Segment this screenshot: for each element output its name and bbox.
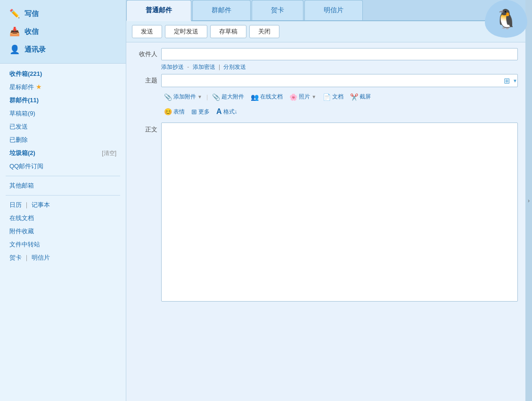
- sidebar-online-docs[interactable]: 在线文档: [0, 212, 126, 225]
- sidebar-top-nav: ✏️ 写信 📥 收信 👤 通讯录 🐧: [0, 0, 126, 64]
- subject-input[interactable]: [162, 74, 501, 87]
- close-button[interactable]: 关闭: [249, 25, 279, 38]
- contacts-icon: 👤: [9, 44, 20, 55]
- screenshot-btn[interactable]: ✂️ 截屏: [347, 92, 374, 102]
- sidebar-item-contacts[interactable]: 👤 通讯录: [0, 41, 126, 58]
- chevron-right-icon: ›: [528, 197, 530, 204]
- emoji-icon: 😊: [164, 108, 172, 115]
- subject-grid-icon[interactable]: ⊞: [501, 75, 513, 86]
- write-icon: ✏️: [9, 8, 20, 19]
- more-icon: ⊞: [191, 108, 197, 115]
- sidebar-item-sent[interactable]: 已发送: [0, 120, 126, 133]
- send-button[interactable]: 发送: [132, 25, 162, 38]
- online-doc-btn[interactable]: 👥 在线文档: [248, 92, 286, 102]
- add-cc-link[interactable]: 添加抄送: [161, 64, 184, 70]
- subject-input-wrap: ⊞ ▼: [161, 74, 518, 87]
- attachment-toolbar-row1: 📎 添加附件 ▼ | 📎 超大附件 👥 在线文档 🌸 照片 ▼: [134, 90, 518, 104]
- sidebar-card-row: 贺卡 ｜ 明信片: [0, 251, 126, 264]
- notes-link[interactable]: 记事本: [32, 201, 50, 209]
- paperclip-icon: 📎: [164, 93, 172, 101]
- subject-row: 主题 ⊞ ▼: [134, 74, 518, 87]
- receive-icon: 📥: [9, 26, 20, 37]
- tab-greeting-card[interactable]: 贺卡: [252, 0, 303, 20]
- greeting-card-link[interactable]: 贺卡: [9, 254, 22, 262]
- postcard-link[interactable]: 明信片: [32, 254, 50, 262]
- tab-postcard[interactable]: 明信片: [304, 0, 363, 20]
- sidebar-item-trash[interactable]: 垃圾箱(2): [9, 149, 35, 157]
- body-textarea[interactable]: [161, 123, 518, 302]
- emoji-btn[interactable]: 😊 表情: [161, 107, 188, 117]
- right-collapse-handle[interactable]: ›: [525, 0, 532, 401]
- tab-group-mail[interactable]: 群邮件: [192, 0, 251, 20]
- sidebar-item-bulk[interactable]: 群邮件(11): [0, 94, 126, 107]
- sidebar: ✏️ 写信 📥 收信 👤 通讯录 🐧: [0, 0, 126, 401]
- subject-dropdown-icon[interactable]: ▼: [513, 78, 517, 83]
- super-attach-icon: 📎: [212, 93, 220, 101]
- more-btn[interactable]: ⊞ 更多: [188, 107, 213, 117]
- sidebar-file-transfer[interactable]: 文件中转站: [0, 238, 126, 251]
- photo-dropdown-icon[interactable]: ▼: [311, 94, 316, 99]
- format-btn[interactable]: A 格式↓: [213, 106, 240, 117]
- sidebar-item-other-mailbox[interactable]: 其他邮箱: [0, 179, 126, 192]
- sidebar-attachment-collect[interactable]: 附件收藏: [0, 225, 126, 238]
- sidebar-item-receive[interactable]: 📥 收信: [0, 23, 126, 41]
- to-input[interactable]: [161, 48, 518, 60]
- photo-icon: 🌸: [289, 93, 297, 101]
- screenshot-icon: ✂️: [350, 93, 358, 101]
- photo-btn[interactable]: 🌸 照片 ▼: [286, 92, 319, 102]
- cc-links-row: 添加抄送 - 添加密送 | 分别发送: [161, 63, 518, 71]
- online-doc-icon: 👥: [251, 93, 259, 101]
- sidebar-item-drafts[interactable]: 草稿箱(9): [0, 107, 126, 120]
- document-btn[interactable]: 📄 文档: [320, 92, 346, 102]
- compose-toolbar: 发送 定时发送 存草稿 关闭: [126, 21, 525, 42]
- trash-clear-link[interactable]: [清空]: [102, 149, 116, 157]
- sidebar-item-deleted[interactable]: 已删除: [0, 133, 126, 147]
- separate-send-link[interactable]: 分别发送: [223, 64, 246, 70]
- sidebar-item-qq-sub[interactable]: QQ邮件订阅: [0, 160, 126, 173]
- compose-form: 收件人 添加抄送 - 添加密送 | 分别发送 主题 ⊞ ▼: [126, 42, 525, 307]
- menu-divider-2: [6, 195, 120, 196]
- to-field-row: 收件人: [134, 48, 518, 60]
- tab-bar: 普通邮件 群邮件 贺卡 明信片: [126, 0, 525, 21]
- folder-menu: 收件箱(221) 星标邮件 ★ 群邮件(11) 草稿箱(9) 已发送 已删除 垃…: [0, 64, 126, 401]
- subject-label: 主题: [134, 76, 157, 85]
- save-draft-button[interactable]: 存草稿: [210, 25, 246, 38]
- menu-divider-1: [6, 176, 120, 176]
- add-bcc-link[interactable]: 添加密送: [193, 64, 215, 70]
- star-icon: ★: [36, 83, 42, 90]
- content-area: 普通邮件 群邮件 贺卡 明信片 发送 定时发送 存草稿 关闭 收件人: [126, 0, 525, 401]
- format-icon: A: [216, 107, 222, 116]
- to-label: 收件人: [134, 50, 157, 58]
- tab-normal-mail[interactable]: 普通邮件: [126, 0, 191, 21]
- extras-toolbar-row2: 😊 表情 ⊞ 更多 A 格式↓: [134, 105, 518, 119]
- sidebar-item-trash-row: 垃圾箱(2) [清空]: [0, 147, 126, 160]
- scheduled-send-button[interactable]: 定时发送: [165, 25, 207, 38]
- super-attachment-btn[interactable]: 📎 超大附件: [209, 92, 247, 102]
- add-attachment-btn[interactable]: 📎 添加附件 ▼: [161, 92, 205, 102]
- sidebar-item-inbox[interactable]: 收件箱(221): [0, 67, 126, 81]
- calendar-link[interactable]: 日历: [9, 201, 22, 209]
- sidebar-item-starred[interactable]: 星标邮件 ★: [0, 81, 126, 94]
- document-icon: 📄: [323, 93, 331, 101]
- body-label: 正文: [134, 123, 157, 134]
- sidebar-tools-calendar: 日历 ｜ 记事本: [0, 198, 126, 212]
- sidebar-item-write[interactable]: ✏️ 写信: [0, 5, 126, 23]
- attach-dropdown-icon[interactable]: ▼: [197, 94, 202, 99]
- body-row: 正文: [134, 123, 518, 302]
